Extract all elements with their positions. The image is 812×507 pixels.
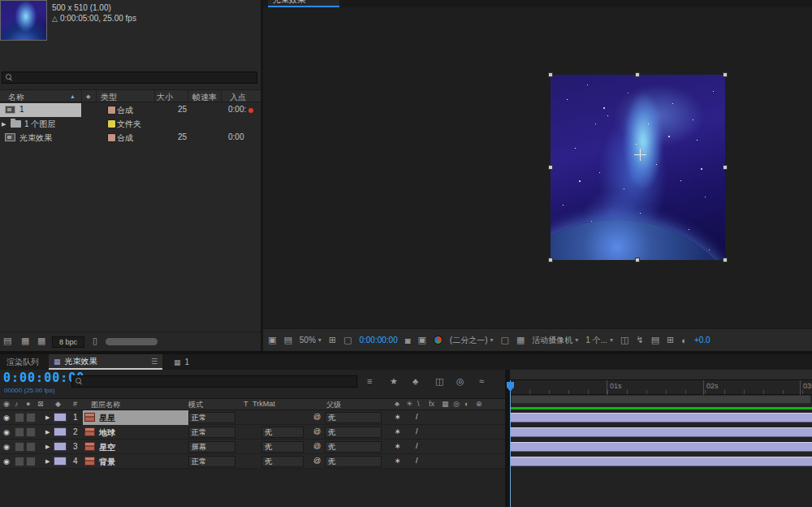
column-t[interactable]: T [244, 400, 248, 408]
interpret-footage-icon[interactable]: ▤ [3, 336, 11, 346]
lock-cell[interactable] [26, 442, 36, 452]
collapse-switch[interactable]: ∗ [395, 413, 401, 421]
layer-name[interactable]: 背景 [99, 457, 115, 468]
column-trkmat[interactable]: TrkMat [253, 400, 275, 408]
layer-row-1[interactable]: ◉ ▶ 1 星星 正常▾ ▾ @ 无▾ ∗ / [0, 410, 505, 425]
label-color-swatch[interactable] [107, 119, 116, 128]
label-color-swatch[interactable] [107, 106, 116, 115]
label-color-chip[interactable] [54, 427, 67, 436]
graph-editor-icon[interactable]: ≈ [479, 376, 484, 386]
work-area-bar[interactable] [511, 395, 811, 404]
project-row-comp-2[interactable]: 光束效果 合成 25 0:00 [0, 131, 261, 145]
expander-icon[interactable]: ▶ [45, 458, 50, 465]
layer-name-cell[interactable]: 背景 [83, 454, 188, 469]
pixel-aspect-correction-icon[interactable]: ◫ [620, 335, 628, 345]
reset-exposure-icon[interactable]: ◐ [681, 336, 687, 345]
blend-mode-dropdown[interactable]: 正常▾ [188, 456, 235, 467]
preview-time-display[interactable]: 0:00:00:00 [359, 336, 397, 344]
mask-visibility-icon[interactable]: ▢ [343, 335, 352, 345]
item-name[interactable]: 1 个图层 [24, 119, 55, 130]
column-type[interactable]: 类型 [101, 92, 117, 103]
draft-3d-icon[interactable]: ★ [390, 376, 398, 387]
layer-name-cell[interactable]: 星星 [83, 410, 188, 425]
region-of-interest-icon[interactable]: ▢ [500, 335, 508, 345]
column-parent[interactable]: 父级 [326, 400, 341, 410]
layer-row-2[interactable]: ◉ ▶ 2 地球 正常▾ 无▾ @ 无▾ ∗ / [0, 425, 505, 440]
tab-comp-other[interactable]: ▦ 1 [174, 354, 189, 370]
timeline-track-area[interactable]: 01s 02s 03s [510, 370, 812, 507]
layer-row-4[interactable]: ◉ ▶ 4 背景 正常▾ 无▾ @ 无▾ ∗ / [0, 454, 505, 469]
parent-pick-whip-icon[interactable]: @ [313, 413, 321, 421]
timeline-button-icon[interactable]: ▤ [651, 335, 659, 345]
layer-name-cell[interactable]: 地球 [83, 425, 188, 440]
channels-icon[interactable] [434, 336, 443, 344]
eye-icon[interactable]: ◉ [3, 414, 10, 422]
selection-handle-mid-left[interactable] [548, 165, 553, 170]
label-column-icon[interactable]: ◆ [86, 93, 90, 100]
flowchart-button-icon[interactable]: ⊞ [667, 335, 674, 345]
layer-duration-bar-3[interactable] [510, 442, 812, 452]
time-navigator[interactable] [510, 370, 812, 380]
quality-switch[interactable]: / [416, 413, 418, 421]
parent-dropdown[interactable]: 无▾ [325, 441, 382, 453]
trkmat-dropdown[interactable]: 无▾ [261, 456, 304, 467]
column-name[interactable]: 名称 [8, 92, 24, 103]
column-layer-name[interactable]: 图层名称 [91, 400, 120, 410]
collapse-switch[interactable]: ∗ [395, 457, 401, 465]
project-search-input[interactable] [13, 72, 253, 83]
project-row-folder[interactable]: ▶ 1 个图层 文件夹 [0, 117, 261, 131]
horizontal-scrollbar[interactable] [106, 338, 158, 345]
anchor-point-icon[interactable] [634, 149, 646, 161]
composition-viewer[interactable] [263, 7, 812, 328]
mini-flowchart-icon[interactable]: ≡ [367, 376, 372, 386]
always-preview-icon[interactable]: ▣ [268, 335, 276, 345]
eye-icon[interactable]: ◉ [3, 443, 10, 451]
lock-cell[interactable] [26, 457, 36, 466]
layer-duration-bar-4[interactable] [510, 457, 812, 466]
project-table-header[interactable]: 名称 ▲ ◆ 类型 大小 帧速率 入点 [0, 89, 261, 102]
eye-icon[interactable]: ◉ [3, 428, 10, 436]
blend-mode-dropdown[interactable]: 屏幕▾ [188, 441, 235, 453]
playhead-line[interactable] [510, 380, 511, 507]
view-layout-dropdown[interactable]: 1 个...▾ [585, 335, 613, 346]
motion-blur-icon[interactable]: ◎ [456, 376, 464, 387]
column-number[interactable]: # [73, 400, 77, 408]
timeline-search-box[interactable] [71, 375, 357, 388]
main-viewer-icon[interactable]: ▤ [283, 335, 292, 345]
selection-handle-top-left[interactable] [548, 72, 553, 77]
label-color-chip[interactable] [54, 413, 67, 422]
selection-handle-bottom-center[interactable] [635, 258, 640, 262]
snapshot-camera-icon[interactable]: ◙ [405, 336, 411, 345]
collapse-switch[interactable]: ∗ [395, 442, 401, 450]
layer-name[interactable]: 地球 [99, 427, 115, 439]
parent-pick-whip-icon[interactable]: @ [313, 457, 321, 465]
label-color-swatch[interactable] [107, 133, 116, 142]
fast-preview-icon[interactable]: ↯ [636, 335, 643, 345]
new-folder-icon[interactable]: ▦ [21, 336, 29, 346]
expander-icon[interactable]: ▶ [45, 429, 50, 436]
quality-switch[interactable]: / [416, 427, 418, 436]
resolution-dropdown[interactable]: (二分之一)▾ [450, 335, 494, 346]
panel-menu-icon[interactable]: ☰ [151, 358, 158, 366]
parent-dropdown[interactable]: 无▾ [325, 456, 382, 467]
column-mode[interactable]: 模式 [188, 400, 203, 410]
collapse-switch[interactable]: ∗ [395, 427, 401, 436]
project-search-box[interactable] [2, 72, 257, 84]
project-row-comp-1[interactable]: 1 合成 25 0:00: [0, 103, 261, 117]
expander-icon[interactable]: ▶ [2, 121, 6, 128]
lock-cell[interactable] [26, 427, 36, 437]
audio-cell[interactable] [15, 457, 24, 466]
lock-cell[interactable] [26, 413, 36, 422]
layer-duration-bar-1[interactable] [510, 413, 812, 422]
selection-handle-mid-right[interactable] [723, 165, 728, 170]
blend-mode-dropdown[interactable]: 正常▾ [188, 427, 235, 438]
label-color-chip[interactable] [54, 442, 67, 451]
eye-icon[interactable]: ◉ [3, 457, 10, 466]
expander-icon[interactable]: ▶ [45, 414, 50, 421]
blend-mode-dropdown[interactable]: 正常▾ [188, 412, 235, 423]
audio-cell[interactable] [15, 413, 24, 422]
exposure-value[interactable]: +0.0 [694, 336, 710, 344]
layer-name-cell[interactable]: 星空 [83, 440, 188, 454]
tab-render-queue[interactable]: 渲染队列 [6, 354, 39, 370]
trash-icon[interactable]: ▯ [93, 336, 97, 346]
